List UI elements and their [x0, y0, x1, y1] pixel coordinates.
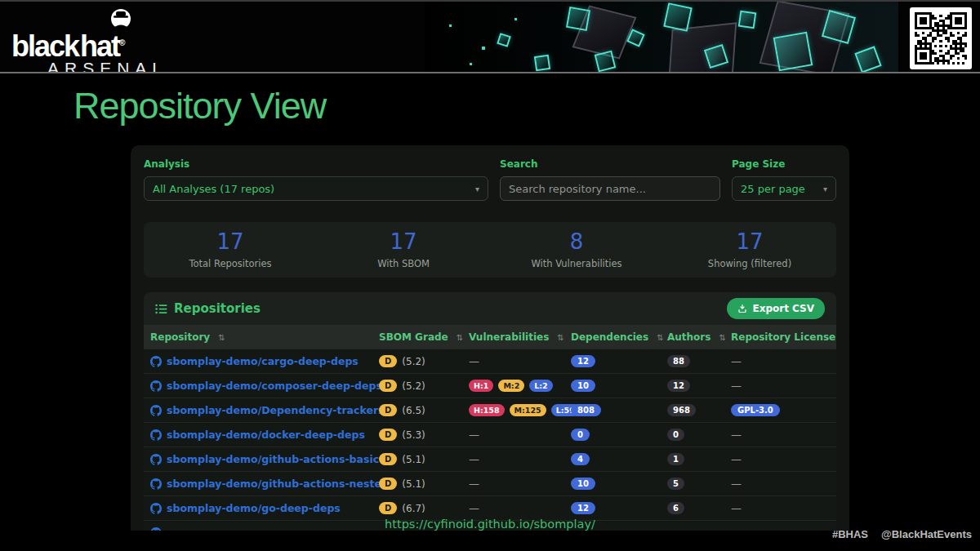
grade-badge: D — [379, 478, 397, 490]
empty-dash: — — [731, 429, 742, 441]
repository-name: sbomplay-demo/github-actions-nested — [167, 478, 389, 490]
search-input[interactable] — [500, 176, 720, 201]
grade-score: (6.5) — [402, 405, 425, 416]
repository-link[interactable]: sbomplay-demo/go-deep-deps — [150, 502, 341, 514]
qr-code — [910, 7, 972, 69]
repository-link[interactable]: sbomplay-demo/cargo-deep-deps — [150, 355, 359, 367]
vuln-badge-high: H:158 — [469, 404, 505, 416]
authors-count-badge: 5 — [667, 478, 684, 490]
table-row: sbomplay-demo/github-actions-basic D (5.… — [144, 447, 836, 472]
grade-score: (5.1) — [402, 454, 425, 465]
export-csv-label: Export CSV — [752, 303, 814, 314]
stat-label: Showing (filtered) — [663, 258, 836, 269]
dependencies-count-badge: 808 — [571, 404, 601, 416]
grade-badge: D — [379, 404, 397, 416]
grade-score: (5.3) — [402, 429, 425, 441]
stat-value: 17 — [144, 231, 317, 252]
page-size-select[interactable]: 25 per page ▾ — [732, 176, 836, 201]
table-row: sbomplay-demo/Dependency-trackers D (6.5… — [144, 398, 836, 423]
license-cell: — — [724, 355, 836, 367]
authors-count-badge: 1 — [667, 453, 684, 465]
repository-name: sbomplay-demo/github-actions-basic — [167, 453, 379, 465]
dependencies-cell: 12 — [564, 502, 661, 514]
search-filter-group: Search — [500, 158, 720, 201]
vulnerabilities-cell: — — [462, 502, 564, 514]
stat-label: With Vulnerabilities — [490, 258, 663, 269]
column-header-vulnerabilities[interactable]: Vulnerabilities⇅ — [462, 331, 564, 343]
dependencies-count-badge: 12 — [571, 502, 595, 514]
chevron-down-icon: ▾ — [823, 184, 827, 193]
dependencies-cell: 12 — [564, 355, 661, 367]
authors-cell: 88 — [661, 355, 724, 367]
table-header-row: Repository⇅ SBOM Grade⇅ Vulnerabilities⇅… — [144, 325, 836, 349]
sort-icon[interactable]: ⇅ — [557, 333, 564, 342]
license-cell: — — [724, 429, 836, 441]
stat-with-sbom: 17 With SBOM — [317, 231, 490, 269]
github-icon — [150, 503, 162, 514]
column-header-sbom-grade[interactable]: SBOM Grade⇅ — [372, 331, 462, 343]
github-icon — [150, 454, 162, 465]
github-icon — [150, 405, 162, 416]
empty-dash: — — [469, 355, 479, 367]
license-cell: — — [724, 380, 836, 392]
authors-count-badge: 0 — [667, 429, 684, 441]
registered-mark: ® — [119, 38, 125, 47]
column-header-dependencies[interactable]: Dependencies⇅ — [564, 331, 661, 343]
vulnerabilities-cell: — — [462, 453, 564, 465]
export-csv-button[interactable]: Export CSV — [727, 298, 825, 319]
authors-cell: 12 — [661, 380, 724, 392]
authors-count-badge: 88 — [667, 355, 690, 367]
top-banner: black hat® ARSENAL — [0, 0, 980, 73]
analysis-label: Analysis — [144, 158, 488, 170]
list-icon — [155, 304, 167, 314]
column-header-repository-license[interactable]: Repository License⇅ — [724, 331, 836, 343]
table-row: sbomplay-demo/composer-deep-deps D (5.2)… — [144, 374, 836, 398]
authors-cell: 1 — [661, 453, 724, 465]
filter-bar: Analysis All Analyses (17 repos) ▾ Searc… — [144, 158, 836, 201]
grade-badge: D — [379, 380, 397, 392]
sort-icon[interactable]: ⇅ — [218, 333, 225, 342]
repositories-section-title: Repositories — [174, 301, 261, 316]
vuln-badge-medium: M:125 — [510, 404, 546, 416]
grade-badge: D — [379, 429, 397, 441]
search-label: Search — [500, 158, 720, 170]
sbom-grade-cell: D (5.3) — [372, 429, 462, 441]
vuln-badge-high: H:1 — [469, 380, 493, 392]
analysis-selected-value: All Analyses (17 repos) — [153, 183, 274, 195]
blackhat-hat-icon — [108, 7, 134, 31]
repository-link[interactable]: sbomplay-demo/docker-deep-deps — [150, 429, 365, 441]
authors-cell: 6 — [661, 502, 724, 514]
repository-link[interactable]: sbomplay-demo/github-actions-basic — [150, 453, 379, 465]
dependencies-count-badge: 10 — [571, 380, 595, 392]
grade-score: (5.2) — [402, 356, 425, 367]
dependencies-count-badge: 0 — [571, 429, 590, 441]
stats-summary-card: 17 Total Repositories 17 With SBOM 8 Wit… — [144, 222, 836, 278]
dependencies-count-badge: 4 — [571, 453, 590, 465]
chevron-down-icon: ▾ — [475, 184, 479, 193]
github-icon — [150, 356, 162, 367]
repository-name: sbomplay-demo/go-deep-deps — [167, 502, 341, 514]
authors-count-badge: 6 — [667, 502, 684, 514]
dependencies-cell: 10 — [564, 478, 661, 490]
stat-value: 8 — [490, 231, 663, 252]
sbom-grade-cell: D (5.1) — [372, 453, 462, 465]
column-header-repository[interactable]: Repository⇅ — [144, 331, 372, 343]
table-row: sbomplay-demo/docker-deep-deps D (5.3) —… — [144, 423, 836, 447]
dependencies-cell: 808 — [564, 404, 661, 416]
dependencies-count-badge: 12 — [571, 355, 595, 367]
download-icon — [737, 304, 747, 313]
column-header-authors[interactable]: Authors⇅ — [661, 331, 724, 343]
sbom-grade-cell: D (5.2) — [372, 355, 462, 367]
repository-link[interactable]: sbomplay-demo/github-actions-nested — [150, 478, 389, 490]
sbom-grade-cell: D (6.5) — [372, 404, 462, 416]
repository-link[interactable]: sbomplay-demo/composer-deep-deps — [150, 380, 382, 392]
dependencies-count-badge: 10 — [571, 478, 595, 490]
vulnerabilities-cell: H:158M:125L:59 — [462, 404, 564, 416]
table-body: sbomplay-demo/cargo-deep-deps D (5.2) — … — [144, 349, 836, 531]
repository-link[interactable]: sbomplay-demo/Dependency-trackers — [150, 404, 385, 416]
vuln-badge-medium: M:2 — [498, 380, 524, 392]
brand-sub: ARSENAL — [47, 59, 167, 73]
authors-count-badge: 968 — [667, 404, 696, 416]
analysis-select[interactable]: All Analyses (17 repos) ▾ — [144, 176, 488, 201]
brand-name: black hat® — [11, 31, 167, 59]
